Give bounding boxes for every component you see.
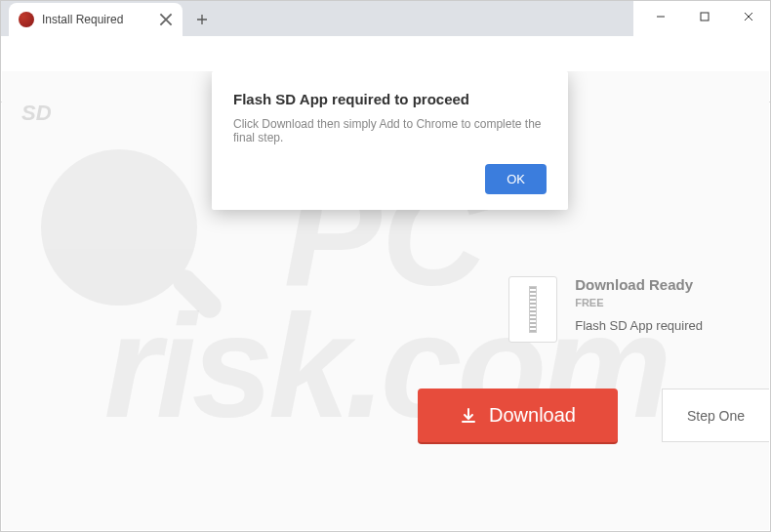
free-label: FREE bbox=[575, 297, 703, 308]
close-icon bbox=[159, 13, 173, 26]
alert-dialog: Flash SD App required to proceed Click D… bbox=[212, 71, 568, 210]
dialog-title: Flash SD App required to proceed bbox=[233, 91, 547, 107]
close-window-button[interactable] bbox=[726, 1, 770, 32]
minimize-icon bbox=[656, 12, 666, 21]
svg-rect-0 bbox=[701, 13, 709, 20]
maximize-button[interactable] bbox=[682, 1, 726, 32]
dialog-text: Click Download then simply Add to Chrome… bbox=[233, 117, 547, 144]
download-card: Download Ready FREE Flash SD App require… bbox=[508, 276, 703, 343]
maximize-icon bbox=[700, 12, 710, 21]
download-info: Download Ready FREE Flash SD App require… bbox=[575, 276, 703, 333]
minimize-button[interactable] bbox=[638, 1, 682, 32]
background-magnifier-icon bbox=[41, 149, 197, 306]
browser-tab[interactable]: Install Required bbox=[9, 3, 183, 36]
zip-file-icon bbox=[508, 276, 557, 343]
plus-icon bbox=[196, 14, 208, 25]
tab-title: Install Required bbox=[42, 13, 151, 26]
sd-badge: SD bbox=[21, 101, 52, 126]
new-tab-button[interactable] bbox=[188, 6, 216, 33]
tab-bar: Install Required bbox=[1, 1, 633, 36]
download-button-label: Download bbox=[489, 404, 576, 427]
page-viewport: PC risk.com SD Download Ready FREE Flash… bbox=[2, 71, 769, 530]
favicon-icon bbox=[19, 12, 34, 27]
step-one-label: Step One bbox=[662, 389, 769, 442]
download-icon bbox=[460, 407, 477, 425]
close-icon bbox=[744, 12, 753, 21]
app-required-label: Flash SD App required bbox=[575, 318, 703, 333]
ok-button[interactable]: OK bbox=[485, 164, 547, 194]
download-ready-label: Download Ready bbox=[575, 276, 703, 293]
close-tab-button[interactable] bbox=[159, 13, 173, 26]
download-button[interactable]: Download bbox=[418, 389, 618, 442]
browser-window: Install Required bbox=[0, 0, 771, 532]
